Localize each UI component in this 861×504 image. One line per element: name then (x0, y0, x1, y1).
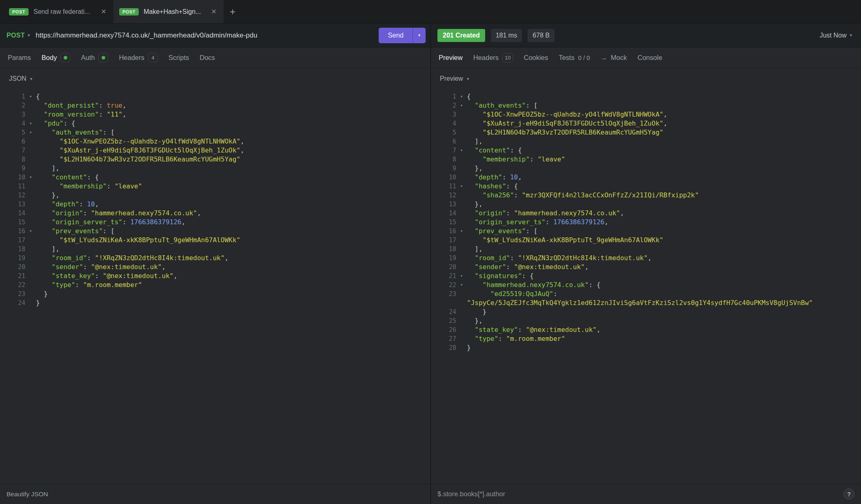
line-number: 23 (434, 290, 456, 298)
line-number: 27 (434, 334, 456, 343)
tab-response-headers[interactable]: Headers 10 (468, 47, 519, 68)
tab-label: Preview (439, 54, 463, 62)
line-number: 16 (434, 227, 456, 236)
code-line: 21 "state_key": "@nex:timedout.uk", (3, 272, 430, 281)
tab-cookies[interactable]: Cookies (519, 47, 554, 68)
response-time-badge: 181 ms (491, 29, 522, 42)
line-number: 8 (3, 155, 25, 164)
code-text: "depth": 10, (36, 200, 99, 209)
request-body-editor[interactable]: 1▾{2 "dont_persist": true,3 "room_versio… (0, 89, 430, 484)
code-text: "auth_events": [ (36, 128, 115, 137)
fold-caret-icon[interactable]: ▾ (25, 92, 36, 101)
send-button[interactable]: Send (379, 28, 413, 43)
fold-caret-icon[interactable]: ▾ (456, 182, 467, 191)
code-text: "sha256": "mzr3QXFQfi4n2l3acCCxOnFfzZ/x2… (467, 191, 699, 200)
response-filter-input[interactable] (437, 490, 843, 498)
url-bar: POST ▾ https://hammerhead.nexy7574.co.uk… (0, 24, 430, 47)
tab-docs[interactable]: Docs (194, 47, 220, 68)
tab-console[interactable]: Console (632, 47, 668, 68)
line-number: 9 (434, 164, 456, 173)
line-number: 10 (3, 173, 25, 182)
tab-preview[interactable]: Preview (433, 47, 468, 68)
fold-spacer (25, 218, 36, 227)
new-tab-button[interactable]: + (224, 0, 242, 23)
body-type-select[interactable]: JSON ▾ (0, 69, 430, 89)
fold-caret-icon[interactable]: ▾ (456, 101, 467, 110)
tab-headers[interactable]: Headers 4 (113, 47, 163, 68)
code-line: 19 "room_id": "!XRqZN3zQD2dtHc8I4k:timed… (434, 254, 861, 263)
line-number: 18 (3, 245, 25, 254)
status-badge: 201 Created (437, 29, 485, 42)
code-text: ], (467, 137, 483, 146)
code-line: 1▾{ (434, 92, 861, 101)
response-age-label: Just Now (820, 32, 847, 39)
tab-scripts[interactable]: Scripts (163, 47, 194, 68)
line-number: 3 (434, 110, 456, 119)
line-number (434, 298, 456, 307)
code-line: 9 ], (3, 164, 430, 173)
close-icon[interactable]: ✕ (100, 8, 108, 15)
fold-caret-icon[interactable]: ▾ (456, 227, 467, 236)
tab-body[interactable]: Body (36, 47, 76, 68)
beautify-json-button[interactable]: Beautify JSON (7, 491, 48, 498)
line-number: 15 (434, 218, 456, 227)
line-number: 3 (3, 110, 25, 119)
fold-spacer (456, 119, 467, 128)
code-line: 13 }, (434, 200, 861, 209)
chevron-down-icon: ▾ (28, 33, 30, 38)
close-icon[interactable]: ✕ (210, 8, 218, 15)
code-text: "room_id": "!XRqZN3zQD2dtHc8I4k:timedout… (36, 254, 229, 263)
code-line: 6 "$1OC-XnwPEOZ5bz--qUahdbz-yO4lfWdV8gNT… (3, 137, 430, 146)
code-text: "state_key": "@nex:timedout.uk", (36, 272, 178, 281)
send-options-button[interactable]: ▾ (413, 28, 426, 43)
help-icon[interactable]: ? (843, 489, 854, 500)
code-text: } (467, 343, 471, 352)
line-number: 13 (434, 200, 456, 209)
code-line: 7▾ "content": { (434, 146, 861, 155)
response-history-select[interactable]: Just Now ▾ (820, 32, 854, 39)
fold-spacer (456, 290, 467, 298)
fold-caret-icon[interactable]: ▾ (456, 281, 467, 290)
request-tab-make-hash-sign[interactable]: POST Make+Hash+Sign... ✕ (113, 0, 224, 23)
code-line: 15 "origin_server_ts": 1766386379126, (3, 218, 430, 227)
tab-auth[interactable]: Auth (75, 47, 113, 68)
fold-spacer (25, 272, 36, 281)
code-text: "content": { (467, 146, 522, 155)
tab-tests[interactable]: Tests 0 / 0 (553, 47, 595, 68)
url-input[interactable]: https://hammerhead.nexy7574.co.uk/_hamme… (36, 31, 373, 40)
line-number: 11 (3, 182, 25, 191)
fold-caret-icon[interactable]: ▾ (25, 128, 36, 137)
tab-label: Docs (200, 54, 215, 62)
fold-caret-icon[interactable]: ▾ (456, 272, 467, 281)
request-tab-send-raw-federation[interactable]: POST Send raw federati... ✕ (3, 0, 113, 23)
code-line: 21▾ "signatures": { (434, 272, 861, 281)
code-line: 5 "$L2H1N6O4b73wR3vzT2ODFR5RLB6KeaumRcYU… (434, 128, 861, 137)
chevron-down-icon: ▾ (467, 76, 469, 82)
fold-spacer (456, 218, 467, 227)
code-text: "hashes": { (467, 182, 518, 191)
code-line: 19 "room_id": "!XRqZN3zQD2dtHc8I4k:timed… (3, 254, 430, 263)
fold-caret-icon[interactable]: ▾ (25, 227, 36, 236)
method-select[interactable]: POST ▾ (7, 32, 30, 39)
code-text: "content": { (36, 173, 99, 182)
fold-caret-icon[interactable]: ▾ (456, 92, 467, 101)
code-text: "prev_events": [ (467, 227, 537, 236)
code-text: "prev_events": [ (36, 227, 115, 236)
code-text: "$XuAstr_j-eH9diSqF8J6T3FGDUct5lOqXjBeh_… (36, 146, 244, 155)
fold-caret-icon[interactable]: ▾ (456, 146, 467, 155)
code-line: 11▾ "hashes": { (434, 182, 861, 191)
line-number: 12 (434, 191, 456, 200)
code-line: 26 "state_key": "@nex:timedout.uk", (434, 325, 861, 334)
code-text: "$tW_LYudsZNiKeA-xkK8BPptuTt_9geWHmAn67A… (467, 236, 664, 245)
fold-spacer (25, 254, 36, 263)
tab-label: Body (42, 54, 57, 62)
fold-caret-icon[interactable]: ▾ (25, 119, 36, 128)
arrow-right-icon: → (601, 54, 607, 62)
tab-mock[interactable]: → Mock (595, 47, 632, 68)
tab-params[interactable]: Params (2, 47, 36, 68)
preview-mode-select[interactable]: Preview ▾ (431, 69, 861, 89)
line-number: 22 (434, 281, 456, 290)
code-text: "origin": "hammerhead.nexy7574.co.uk", (36, 209, 201, 218)
fold-caret-icon[interactable]: ▾ (25, 173, 36, 182)
response-pane: 201 Created 181 ms 678 B Just Now ▾ Prev… (431, 24, 861, 504)
